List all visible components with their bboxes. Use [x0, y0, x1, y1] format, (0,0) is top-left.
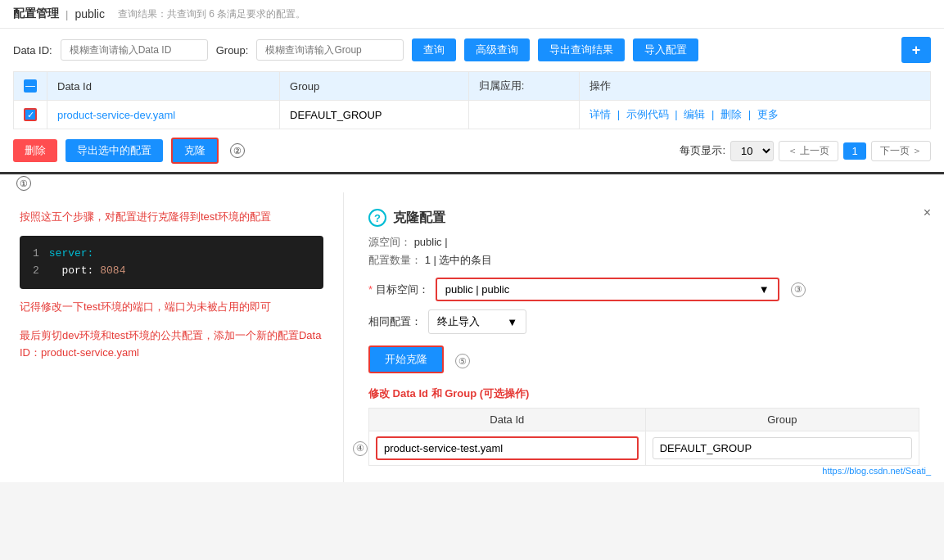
- pagination: 每页显示: 10 20 50 ＜ 上一页 1 下一页 ＞: [680, 141, 931, 161]
- step4-badge: ④: [353, 441, 368, 456]
- row-actions: 详情 | 示例代码 | 编辑 | 删除 | 更多: [580, 101, 931, 129]
- data-id-edit-input[interactable]: [376, 436, 639, 460]
- clone-data-table: Data Id Group ④: [368, 408, 919, 466]
- target-space-chevron: ▼: [759, 283, 770, 296]
- group-header: Group: [280, 72, 469, 101]
- page-size-label: 每页显示:: [680, 143, 725, 158]
- prev-page-button[interactable]: ＜ 上一页: [779, 141, 838, 161]
- modal-close-button[interactable]: ×: [924, 205, 931, 220]
- export-button[interactable]: 导出查询结果: [538, 38, 625, 61]
- data-id-header: Data Id: [47, 72, 280, 101]
- row-app: [468, 101, 579, 129]
- app-header: 归属应用:: [468, 72, 579, 101]
- start-clone-button[interactable]: 开始克隆: [368, 345, 444, 373]
- query-button[interactable]: 查询: [412, 38, 456, 61]
- action-header: 操作: [580, 72, 931, 101]
- data-id-input[interactable]: [61, 39, 208, 61]
- same-config-select[interactable]: 终止导入 ▼: [428, 309, 526, 334]
- mini-data-id-header: Data Id: [369, 409, 646, 431]
- data-id-link[interactable]: product-service-dev.yaml: [57, 109, 175, 121]
- modal-help-icon: ?: [368, 209, 386, 227]
- export-selected-button[interactable]: 导出选中的配置: [65, 139, 163, 162]
- current-page[interactable]: 1: [843, 142, 865, 160]
- query-result-info: 查询结果：共查询到 6 条满足要求的配置。: [118, 7, 305, 21]
- target-space-select[interactable]: public | public ▼: [436, 278, 779, 301]
- same-config-chevron: ▼: [507, 316, 517, 328]
- delete-link[interactable]: 删除: [720, 108, 742, 120]
- minus-icon: —: [24, 79, 37, 93]
- advanced-query-button[interactable]: 高级查询: [464, 38, 530, 61]
- page-size-select[interactable]: 10 20 50: [730, 141, 774, 161]
- step1-badge: ①: [16, 176, 31, 191]
- watermark-link[interactable]: https://blog.csdn.net/Seati_: [822, 466, 931, 476]
- edit-link[interactable]: 编辑: [684, 108, 705, 120]
- step3-badge: ③: [791, 282, 806, 297]
- config-count-label: 配置数量：: [368, 254, 422, 266]
- left-note1: 记得修改一下test环境的端口，端口为未被占用的即可: [20, 299, 323, 316]
- mini-group-header: Group: [645, 409, 919, 431]
- breadcrumb-sub: public: [75, 7, 105, 20]
- group-label: Group:: [216, 44, 249, 56]
- select-all-header[interactable]: —: [14, 72, 47, 101]
- more-link[interactable]: 更多: [757, 108, 779, 120]
- add-button[interactable]: +: [901, 37, 931, 63]
- mini-group-cell: [645, 431, 919, 466]
- group-edit-input[interactable]: [653, 437, 912, 459]
- breadcrumb-separator: |: [65, 8, 68, 20]
- same-config-label: 相同配置：: [368, 314, 422, 329]
- same-config-value: 终止导入: [437, 314, 480, 329]
- example-code-link[interactable]: 示例代码: [626, 108, 669, 120]
- mini-table-row: ④: [369, 431, 919, 466]
- table-row: ✓ product-service-dev.yaml DEFAULT_GROUP…: [14, 101, 931, 129]
- source-space-val: public |: [414, 236, 448, 248]
- row-checkbox[interactable]: ✓: [14, 101, 47, 129]
- mini-data-id-cell: ④: [369, 431, 646, 466]
- code-block: 1server: 2 port: 8084: [20, 236, 323, 290]
- modal-title: 克隆配置: [393, 210, 445, 227]
- data-id-label: Data ID:: [13, 44, 52, 56]
- left-note2: 最后剪切dev环境和test环境的公共配置，添加一个新的配置Data ID：pr…: [20, 327, 323, 362]
- checked-icon: ✓: [24, 108, 37, 121]
- optional-title: 修改 Data Id 和 Group (可选操作): [368, 386, 919, 401]
- next-page-button[interactable]: 下一页 ＞: [871, 141, 931, 161]
- import-button[interactable]: 导入配置: [633, 38, 698, 61]
- step2-badge: ②: [230, 143, 245, 158]
- delete-button[interactable]: 删除: [13, 139, 57, 162]
- source-space-label: 源空间：: [368, 236, 411, 248]
- left-intro-text: 按照这五个步骤，对配置进行克隆得到test环境的配置: [20, 209, 323, 226]
- row-data-id: product-service-dev.yaml: [47, 101, 280, 129]
- target-space-label: * 目标空间：: [368, 282, 429, 297]
- clone-button[interactable]: 克隆: [171, 138, 219, 164]
- page-title: 配置管理: [13, 7, 59, 21]
- detail-link[interactable]: 详情: [589, 108, 611, 120]
- row-group: DEFAULT_GROUP: [280, 101, 469, 129]
- config-count-val: 1 | 选中的条目: [425, 254, 493, 266]
- group-input[interactable]: [256, 39, 404, 61]
- step5-badge: ⑤: [455, 354, 470, 368]
- target-space-value: public | public: [445, 283, 510, 296]
